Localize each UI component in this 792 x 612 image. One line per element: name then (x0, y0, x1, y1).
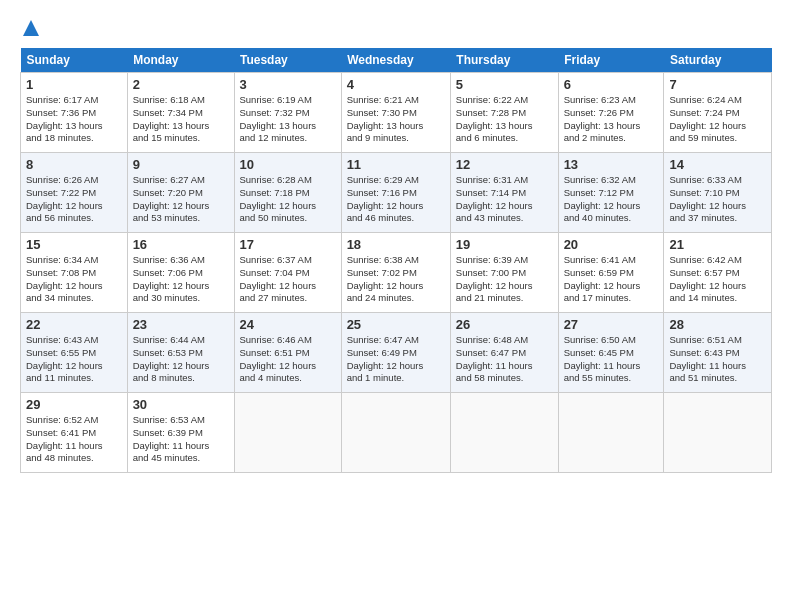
day-number: 19 (456, 237, 553, 252)
day-number: 27 (564, 317, 659, 332)
day-number: 26 (456, 317, 553, 332)
calendar-cell: 26Sunrise: 6:48 AMSunset: 6:47 PMDayligh… (450, 313, 558, 393)
day-number: 14 (669, 157, 766, 172)
day-info: Sunrise: 6:37 AMSunset: 7:04 PMDaylight:… (240, 254, 336, 305)
day-info: Sunrise: 6:21 AMSunset: 7:30 PMDaylight:… (347, 94, 445, 145)
calendar-cell: 29Sunrise: 6:52 AMSunset: 6:41 PMDayligh… (21, 393, 128, 473)
day-info: Sunrise: 6:46 AMSunset: 6:51 PMDaylight:… (240, 334, 336, 385)
calendar-cell: 14Sunrise: 6:33 AMSunset: 7:10 PMDayligh… (664, 153, 772, 233)
calendar-cell: 5Sunrise: 6:22 AMSunset: 7:28 PMDaylight… (450, 73, 558, 153)
day-info: Sunrise: 6:36 AMSunset: 7:06 PMDaylight:… (133, 254, 229, 305)
calendar-cell: 12Sunrise: 6:31 AMSunset: 7:14 PMDayligh… (450, 153, 558, 233)
day-info: Sunrise: 6:26 AMSunset: 7:22 PMDaylight:… (26, 174, 122, 225)
calendar-cell: 2Sunrise: 6:18 AMSunset: 7:34 PMDaylight… (127, 73, 234, 153)
day-number: 28 (669, 317, 766, 332)
calendar-header-friday: Friday (558, 48, 664, 73)
day-info: Sunrise: 6:24 AMSunset: 7:24 PMDaylight:… (669, 94, 766, 145)
calendar-week-5: 29Sunrise: 6:52 AMSunset: 6:41 PMDayligh… (21, 393, 772, 473)
calendar-week-1: 1Sunrise: 6:17 AMSunset: 7:36 PMDaylight… (21, 73, 772, 153)
calendar-header-monday: Monday (127, 48, 234, 73)
day-info: Sunrise: 6:52 AMSunset: 6:41 PMDaylight:… (26, 414, 122, 465)
calendar-header-thursday: Thursday (450, 48, 558, 73)
calendar-cell (234, 393, 341, 473)
day-number: 2 (133, 77, 229, 92)
calendar-header-tuesday: Tuesday (234, 48, 341, 73)
header (20, 18, 772, 38)
day-info: Sunrise: 6:17 AMSunset: 7:36 PMDaylight:… (26, 94, 122, 145)
day-info: Sunrise: 6:38 AMSunset: 7:02 PMDaylight:… (347, 254, 445, 305)
day-number: 3 (240, 77, 336, 92)
logo (20, 18, 41, 38)
calendar-cell (558, 393, 664, 473)
day-info: Sunrise: 6:33 AMSunset: 7:10 PMDaylight:… (669, 174, 766, 225)
calendar-cell: 25Sunrise: 6:47 AMSunset: 6:49 PMDayligh… (341, 313, 450, 393)
svg-marker-0 (23, 20, 39, 36)
calendar-cell: 19Sunrise: 6:39 AMSunset: 7:00 PMDayligh… (450, 233, 558, 313)
day-number: 16 (133, 237, 229, 252)
calendar-cell: 30Sunrise: 6:53 AMSunset: 6:39 PMDayligh… (127, 393, 234, 473)
day-info: Sunrise: 6:34 AMSunset: 7:08 PMDaylight:… (26, 254, 122, 305)
day-number: 25 (347, 317, 445, 332)
calendar: SundayMondayTuesdayWednesdayThursdayFrid… (20, 48, 772, 473)
day-number: 10 (240, 157, 336, 172)
calendar-week-3: 15Sunrise: 6:34 AMSunset: 7:08 PMDayligh… (21, 233, 772, 313)
day-info: Sunrise: 6:53 AMSunset: 6:39 PMDaylight:… (133, 414, 229, 465)
calendar-cell: 8Sunrise: 6:26 AMSunset: 7:22 PMDaylight… (21, 153, 128, 233)
calendar-cell: 21Sunrise: 6:42 AMSunset: 6:57 PMDayligh… (664, 233, 772, 313)
day-info: Sunrise: 6:39 AMSunset: 7:00 PMDaylight:… (456, 254, 553, 305)
day-info: Sunrise: 6:31 AMSunset: 7:14 PMDaylight:… (456, 174, 553, 225)
calendar-cell: 27Sunrise: 6:50 AMSunset: 6:45 PMDayligh… (558, 313, 664, 393)
day-info: Sunrise: 6:18 AMSunset: 7:34 PMDaylight:… (133, 94, 229, 145)
day-info: Sunrise: 6:51 AMSunset: 6:43 PMDaylight:… (669, 334, 766, 385)
day-number: 30 (133, 397, 229, 412)
day-info: Sunrise: 6:43 AMSunset: 6:55 PMDaylight:… (26, 334, 122, 385)
calendar-header-row: SundayMondayTuesdayWednesdayThursdayFrid… (21, 48, 772, 73)
day-number: 11 (347, 157, 445, 172)
calendar-cell: 1Sunrise: 6:17 AMSunset: 7:36 PMDaylight… (21, 73, 128, 153)
logo-area (20, 18, 41, 38)
calendar-header-wednesday: Wednesday (341, 48, 450, 73)
day-number: 1 (26, 77, 122, 92)
calendar-cell (664, 393, 772, 473)
calendar-week-2: 8Sunrise: 6:26 AMSunset: 7:22 PMDaylight… (21, 153, 772, 233)
logo-icon (21, 18, 41, 38)
calendar-header-sunday: Sunday (21, 48, 128, 73)
page: SundayMondayTuesdayWednesdayThursdayFrid… (0, 0, 792, 485)
calendar-cell: 6Sunrise: 6:23 AMSunset: 7:26 PMDaylight… (558, 73, 664, 153)
day-number: 23 (133, 317, 229, 332)
calendar-week-4: 22Sunrise: 6:43 AMSunset: 6:55 PMDayligh… (21, 313, 772, 393)
calendar-cell (450, 393, 558, 473)
day-number: 24 (240, 317, 336, 332)
day-info: Sunrise: 6:48 AMSunset: 6:47 PMDaylight:… (456, 334, 553, 385)
day-number: 8 (26, 157, 122, 172)
day-number: 22 (26, 317, 122, 332)
day-info: Sunrise: 6:23 AMSunset: 7:26 PMDaylight:… (564, 94, 659, 145)
calendar-cell: 16Sunrise: 6:36 AMSunset: 7:06 PMDayligh… (127, 233, 234, 313)
calendar-cell: 11Sunrise: 6:29 AMSunset: 7:16 PMDayligh… (341, 153, 450, 233)
day-number: 15 (26, 237, 122, 252)
day-number: 20 (564, 237, 659, 252)
calendar-cell (341, 393, 450, 473)
day-number: 17 (240, 237, 336, 252)
day-number: 5 (456, 77, 553, 92)
day-number: 21 (669, 237, 766, 252)
day-info: Sunrise: 6:41 AMSunset: 6:59 PMDaylight:… (564, 254, 659, 305)
calendar-cell: 28Sunrise: 6:51 AMSunset: 6:43 PMDayligh… (664, 313, 772, 393)
day-number: 4 (347, 77, 445, 92)
calendar-cell: 22Sunrise: 6:43 AMSunset: 6:55 PMDayligh… (21, 313, 128, 393)
day-number: 7 (669, 77, 766, 92)
day-info: Sunrise: 6:44 AMSunset: 6:53 PMDaylight:… (133, 334, 229, 385)
day-info: Sunrise: 6:47 AMSunset: 6:49 PMDaylight:… (347, 334, 445, 385)
day-info: Sunrise: 6:28 AMSunset: 7:18 PMDaylight:… (240, 174, 336, 225)
day-info: Sunrise: 6:50 AMSunset: 6:45 PMDaylight:… (564, 334, 659, 385)
calendar-header-saturday: Saturday (664, 48, 772, 73)
day-info: Sunrise: 6:27 AMSunset: 7:20 PMDaylight:… (133, 174, 229, 225)
calendar-cell: 17Sunrise: 6:37 AMSunset: 7:04 PMDayligh… (234, 233, 341, 313)
day-number: 9 (133, 157, 229, 172)
calendar-cell: 18Sunrise: 6:38 AMSunset: 7:02 PMDayligh… (341, 233, 450, 313)
calendar-cell: 9Sunrise: 6:27 AMSunset: 7:20 PMDaylight… (127, 153, 234, 233)
calendar-cell: 15Sunrise: 6:34 AMSunset: 7:08 PMDayligh… (21, 233, 128, 313)
calendar-cell: 13Sunrise: 6:32 AMSunset: 7:12 PMDayligh… (558, 153, 664, 233)
day-info: Sunrise: 6:32 AMSunset: 7:12 PMDaylight:… (564, 174, 659, 225)
day-number: 29 (26, 397, 122, 412)
